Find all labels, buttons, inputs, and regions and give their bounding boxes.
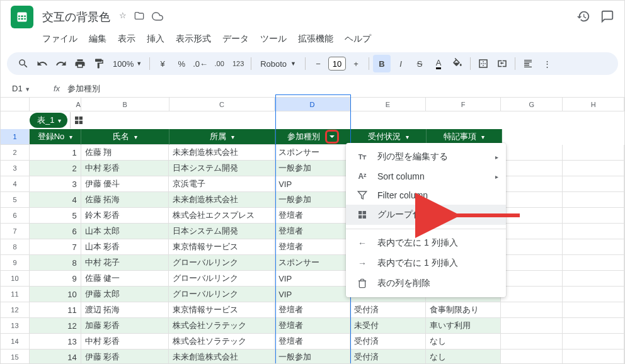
row-header[interactable]: 13 — [1, 318, 30, 334]
cell-empty[interactable] — [501, 161, 563, 176]
cell-no[interactable]: 10 — [30, 287, 81, 302]
menu-filter-col[interactable]: Filter column — [346, 186, 506, 205]
cell-empty[interactable] — [501, 145, 563, 161]
search-icon[interactable] — [14, 55, 32, 72]
cell-name[interactable]: 渡辺 拓海 — [81, 302, 169, 318]
undo-icon[interactable] — [33, 55, 51, 72]
row-header[interactable]: 15 — [1, 350, 30, 364]
cell-org[interactable]: 未来創造株式会社 — [169, 350, 275, 364]
cell-no[interactable]: 11 — [30, 302, 81, 318]
cell-org[interactable]: 株式会社ソラテック — [169, 334, 275, 350]
cell-name[interactable]: 鈴木 彩香 — [81, 208, 169, 224]
more-icon[interactable]: ⋮ — [538, 55, 556, 72]
cell-note[interactable]: なし — [426, 334, 502, 350]
cell-type[interactable]: スポンサー — [275, 255, 350, 271]
cell-name[interactable]: 中村 彩香 — [81, 334, 169, 350]
cell-no[interactable]: 1 — [30, 145, 81, 161]
cell-name[interactable]: 伊藤 太郎 — [81, 287, 169, 302]
cell-empty[interactable] — [563, 161, 624, 176]
paint-format-icon[interactable] — [90, 55, 108, 72]
cell-note[interactable]: 食事制限あり — [426, 302, 502, 318]
cell-empty[interactable] — [563, 176, 624, 192]
row-header[interactable]: 12 — [1, 302, 30, 318]
th-type[interactable]: 参加種別 — [275, 129, 351, 145]
col-header-c[interactable]: C — [169, 98, 275, 111]
col-header-a[interactable]: A — [30, 98, 81, 111]
cell-empty[interactable] — [501, 224, 563, 239]
cell-empty[interactable] — [563, 208, 624, 224]
cell-name[interactable]: 山本 太郎 — [81, 224, 169, 239]
cell-empty[interactable] — [563, 192, 624, 208]
cell-no[interactable]: 7 — [30, 239, 81, 255]
row-header[interactable]: 2 — [1, 145, 30, 161]
cell-no[interactable]: 8 — [30, 255, 81, 271]
cell-name[interactable]: 佐藤 拓海 — [81, 192, 169, 208]
cell-stat[interactable]: 未受付 — [350, 318, 426, 334]
text-color-icon[interactable]: A — [430, 55, 447, 72]
th-no[interactable]: 登録No▾ — [30, 129, 81, 145]
menu-extensions[interactable]: 拡張機能 — [293, 31, 338, 47]
cell-empty[interactable] — [501, 255, 563, 271]
increase-decimal-icon[interactable]: .00 — [210, 55, 228, 72]
cell-empty[interactable] — [501, 271, 563, 287]
cell-type[interactable]: 登壇者 — [275, 239, 350, 255]
font-size-input[interactable] — [328, 57, 346, 71]
table-view-icon[interactable] — [70, 112, 86, 128]
cell-org[interactable]: 未来創造株式会社 — [169, 192, 275, 208]
cell-name[interactable]: 山本 彩香 — [81, 239, 169, 255]
menu-file[interactable]: ファイル — [37, 31, 83, 47]
history-icon[interactable] — [576, 9, 590, 25]
bold-icon[interactable]: B — [373, 55, 391, 72]
cell-empty[interactable] — [501, 239, 563, 255]
format-123-icon[interactable]: 123 — [229, 55, 247, 72]
cell-name[interactable]: 伊藤 彩香 — [81, 350, 169, 364]
menu-edit-col-type[interactable]: Tᴛ 列の型を編集する ▸ — [346, 147, 506, 167]
cell-org[interactable]: グローバルリンク — [169, 271, 275, 287]
cell-empty[interactable] — [563, 239, 624, 255]
cell-no[interactable]: 14 — [30, 350, 81, 364]
cell-name[interactable]: 伊藤 優斗 — [81, 176, 169, 192]
row-header[interactable]: 11 — [1, 287, 30, 302]
cell-type[interactable]: 一般参加 — [275, 192, 350, 208]
name-box[interactable]: D1 ▼ — [8, 82, 46, 94]
cell-name[interactable]: 中村 彩香 — [81, 161, 169, 176]
cell-org[interactable]: グローバルリンク — [169, 287, 275, 302]
print-icon[interactable] — [71, 55, 89, 72]
cell-stat[interactable]: 受付済 — [350, 350, 426, 364]
row-header[interactable]: 10 — [1, 271, 30, 287]
cell-type[interactable]: 登壇者 — [275, 224, 350, 239]
cell-type[interactable]: VIP — [275, 287, 350, 302]
menu-data[interactable]: データ — [217, 31, 254, 47]
cell-name[interactable]: 佐藤 翔 — [81, 145, 169, 161]
cell-empty[interactable] — [501, 287, 563, 302]
menu-insert-left[interactable]: ← 表内で左に 1 列挿入 — [346, 233, 506, 253]
cell-stat[interactable]: 受付済 — [350, 334, 426, 350]
cell-empty[interactable] — [563, 271, 624, 287]
cell-no[interactable]: 6 — [30, 224, 81, 239]
col-header-h[interactable]: H — [563, 98, 624, 111]
cell-org[interactable]: 日本システム開発 — [169, 224, 275, 239]
col-header-d[interactable]: D — [275, 98, 350, 111]
menu-insert-right[interactable]: → 表内で右に 1 列挿入 — [346, 253, 506, 273]
cell-empty[interactable] — [501, 192, 563, 208]
col-header-f[interactable]: F — [426, 98, 502, 111]
cell-no[interactable]: 2 — [30, 161, 81, 176]
cell-empty[interactable] — [563, 334, 624, 350]
strike-icon[interactable]: S — [411, 55, 428, 72]
cell-type[interactable]: 登壇者 — [275, 302, 350, 318]
row-header[interactable]: 7 — [1, 224, 30, 239]
cell-empty[interactable] — [563, 318, 624, 334]
row-header[interactable]: 14 — [1, 334, 30, 350]
row-header[interactable]: 9 — [1, 255, 30, 271]
menu-tools[interactable]: ツール — [255, 31, 292, 47]
cell-type[interactable]: VIP — [275, 176, 350, 192]
font-select[interactable]: Roboto ▼ — [255, 59, 301, 69]
cell-no[interactable]: 3 — [30, 176, 81, 192]
cell-org[interactable]: 日本システム開発 — [169, 161, 275, 176]
cell-empty[interactable] — [563, 350, 624, 364]
cell-type[interactable]: 登壇者 — [275, 208, 350, 224]
row-header[interactable]: 3 — [1, 161, 30, 176]
row-header[interactable]: 4 — [1, 176, 30, 192]
cell-org[interactable]: 東京情報サービス — [169, 239, 275, 255]
formula-bar[interactable]: 参加種別 — [67, 83, 100, 94]
